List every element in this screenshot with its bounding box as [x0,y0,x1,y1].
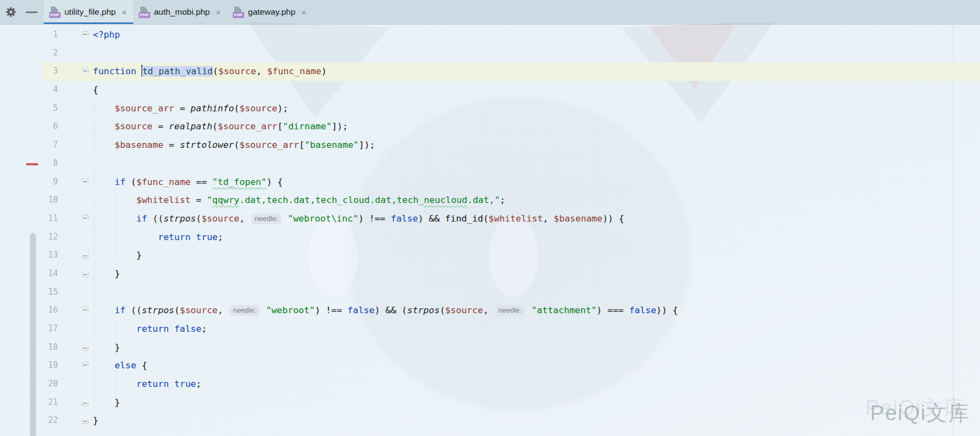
fold-marker-icon[interactable] [82,31,88,38]
line-number[interactable]: 19 [43,356,58,375]
code-text: $source = realpath($source_arr["dirname"… [93,117,348,136]
code-token: = [163,140,180,150]
fold-marker-icon[interactable] [82,270,88,277]
tab-utility-file-php[interactable]: PHP utility_file.php × [44,0,133,24]
line-number[interactable]: 4 [43,81,58,99]
code-token: $source [180,305,218,315]
code-line[interactable]: 9 if ($func_name == "td_fopen") { [43,173,980,192]
code-line[interactable]: 11 if ((strpos($source, needle: "webroot… [43,210,980,228]
code-token: ) !== [315,305,347,315]
gutter-fold-column [58,356,93,375]
line-number[interactable]: 3 [43,62,58,81]
code-token: (( [126,305,142,315]
code-token [93,177,115,187]
code-line[interactable]: 6 $source = realpath($source_arr["dirnam… [43,117,980,136]
minimize-icon[interactable] [25,5,38,19]
line-number[interactable]: 11 [43,210,58,228]
line-number[interactable]: 14 [43,265,58,283]
code-line[interactable]: 17 return false; [43,320,980,338]
code-line[interactable]: 18 } [43,338,980,357]
code-line[interactable]: 5 $source_arr = pathinfo($source); [43,99,980,118]
fold-marker-icon[interactable] [82,68,88,75]
code-token: false [174,324,202,334]
code-token [93,103,115,114]
code-line[interactable]: 4{ [43,81,980,99]
php-file-page-shape [140,7,147,13]
close-icon[interactable]: × [302,8,306,16]
tab-auth-mobi-php[interactable]: PHP auth_mobi.php × [133,0,227,24]
gutter-fold-column [58,265,93,283]
line-number[interactable]: 12 [43,228,58,247]
scrollbar-thumb[interactable] [30,233,36,436]
line-number[interactable]: 2 [43,44,58,63]
fold-marker-icon[interactable] [82,307,88,314]
code-token: ; [202,324,207,334]
code-token [169,324,174,334]
line-number[interactable]: 8 [43,154,58,173]
code-line[interactable]: 10 $whitelist = "qqwry.dat,tech.dat,tech… [43,191,980,210]
code-line[interactable]: 16 if ((strpos($source, needle: "webroot… [43,301,980,320]
code-token: "dirname" [283,121,332,132]
line-number[interactable]: 16 [43,301,58,320]
fold-marker-icon[interactable] [82,252,88,259]
line-number[interactable]: 17 [43,320,58,338]
code-token: ) [321,66,327,76]
fold-marker-icon[interactable] [82,344,88,351]
fold-marker-icon[interactable] [82,399,88,406]
fold-marker-icon[interactable] [82,362,88,369]
code-line[interactable]: 19 else { [43,356,980,375]
code-line[interactable]: 8 [43,154,980,173]
php-file-page-shape [234,7,241,13]
line-number[interactable]: 21 [43,393,58,412]
line-number[interactable]: 10 [43,191,58,210]
gutter-fold-column [58,210,93,228]
gear-glyph [5,7,16,17]
close-icon[interactable]: × [216,8,221,16]
code-line[interactable]: 14 } [43,265,980,283]
code-token: true [174,379,196,389]
fold-marker-icon[interactable] [82,215,88,222]
line-number[interactable]: 1 [43,26,58,44]
code-line[interactable]: 3function td_path_valid($source, $func_n… [43,62,980,81]
parameter-hint-chip: needle: [229,305,259,316]
code-line[interactable]: 20 return true; [43,375,980,393]
code-token: ( [440,305,445,315]
php-badge: PHP [139,12,150,18]
code-line[interactable]: 13 } [43,246,980,265]
code-line[interactable]: 22} [43,411,980,430]
fold-marker-icon[interactable] [82,417,88,424]
code-token: { [93,85,98,95]
line-number[interactable]: 9 [43,173,58,192]
close-icon[interactable]: × [122,8,127,16]
settings-gear-icon[interactable] [4,5,17,19]
code-editor[interactable]: 1<?php23function td_path_valid($source, … [0,25,980,436]
code-token [191,232,196,242]
code-line[interactable]: 2 [43,44,980,63]
code-text: if ($func_name == "td_fopen") { [93,173,283,192]
line-number[interactable]: 20 [43,375,58,393]
line-number[interactable]: 18 [43,338,58,357]
code-token: == [191,177,212,187]
code-line[interactable]: 7 $basename = strtolower($source_arr["ba… [43,136,980,154]
code-line[interactable]: 1<?php [43,26,980,44]
gutter-fold-column [58,62,93,81]
code-token: find_id [445,213,483,224]
line-number[interactable]: 7 [43,136,58,154]
gutter-fold-column [58,136,93,154]
code-token: $source [239,103,278,114]
line-number[interactable]: 13 [43,246,58,265]
code-line[interactable]: 15 [43,283,980,302]
code-text: function td_path_valid($source, $func_na… [93,62,327,81]
tab-gateway-php[interactable]: PHP gateway.php × [227,0,313,24]
php-file-page-shape [51,7,58,13]
line-number[interactable]: 15 [43,283,58,302]
code-token: = [191,195,207,205]
line-number[interactable]: 22 [43,411,58,430]
fold-marker-icon[interactable] [82,178,88,186]
code-token: ( [213,66,219,76]
code-line[interactable]: 21 } [43,393,980,412]
gutter-fold-column [58,393,93,412]
line-number[interactable]: 6 [43,117,58,136]
code-line[interactable]: 12 return true; [43,228,980,247]
line-number[interactable]: 5 [43,99,58,118]
